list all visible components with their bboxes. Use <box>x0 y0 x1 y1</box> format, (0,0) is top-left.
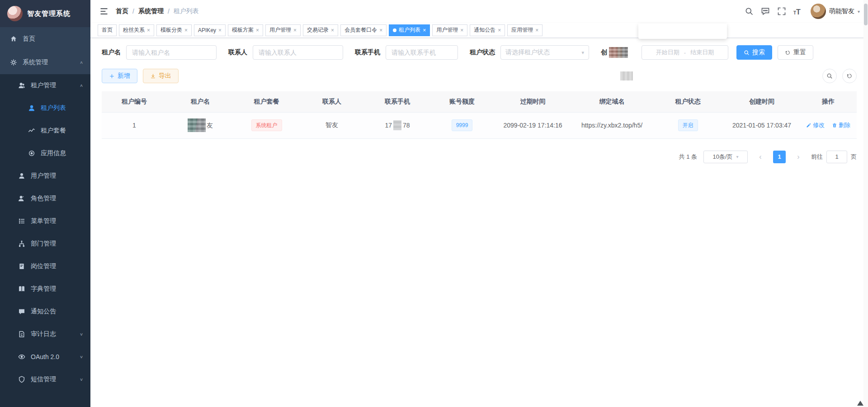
close-icon[interactable]: × <box>460 28 463 33</box>
user-name: 萌能智友 <box>829 7 854 15</box>
goto-page-input[interactable] <box>826 151 847 163</box>
breadcrumb-system[interactable]: 系统管理 <box>138 7 164 15</box>
sidebar-item-role-mgmt[interactable]: 角色管理 <box>0 187 90 210</box>
refresh-button[interactable] <box>842 69 857 83</box>
font-size-icon[interactable] <box>793 7 803 16</box>
close-icon[interactable]: × <box>379 28 382 33</box>
next-page-button[interactable]: › <box>792 151 805 163</box>
create-time-daterange[interactable]: 开始日期 - 结束日期 <box>642 45 728 60</box>
cell-phone: 1778 <box>364 112 430 138</box>
close-icon[interactable]: × <box>293 28 297 33</box>
sidebar: 智友管理系统 首页 系统管理 ∧ 租户管理 ∧ 租户列表 租户套餐 应用信息 <box>0 0 90 407</box>
sidebar-item-menu-mgmt[interactable]: 菜单管理 <box>0 210 90 232</box>
cell-domain: https://zy.xbx2.top/h5/ <box>572 112 652 138</box>
phone-input[interactable] <box>386 45 458 60</box>
close-icon[interactable]: × <box>535 28 538 33</box>
document-icon <box>18 331 25 338</box>
page-scrollbar[interactable] <box>863 0 868 407</box>
sidebar-item-label: 首页 <box>23 35 35 43</box>
tab-app-mgmt[interactable]: 应用管理× <box>507 24 542 36</box>
home-icon <box>10 35 17 43</box>
hamburger-icon[interactable] <box>99 7 108 16</box>
status-badge: 开启 <box>678 119 698 131</box>
cell-expire-time: 2099-02-19 17:14:16 <box>494 112 572 138</box>
col-status: 租户状态 <box>652 91 724 112</box>
tab-user-mgmt-2[interactable]: 用户管理× <box>432 24 467 36</box>
sidebar-item-tenant-mgmt[interactable]: 租户管理 ∧ <box>0 74 90 97</box>
close-icon[interactable]: × <box>498 28 501 33</box>
date-separator: - <box>684 49 686 56</box>
tab-template-category[interactable]: 模板分类× <box>156 24 192 36</box>
sidebar-item-system[interactable]: 系统管理 ∧ <box>0 51 90 74</box>
breadcrumb-home[interactable]: 首页 <box>116 7 128 15</box>
sidebar-item-tenant-package[interactable]: 租户套餐 <box>0 119 90 142</box>
close-icon[interactable]: × <box>423 28 426 33</box>
delete-link[interactable]: 删除 <box>832 121 850 129</box>
contact-input[interactable] <box>253 45 343 60</box>
contact-label: 联系人 <box>228 48 247 57</box>
edit-link[interactable]: 修改 <box>806 121 825 129</box>
export-button[interactable]: 导出 <box>143 69 179 83</box>
tenant-name-input[interactable] <box>126 45 217 60</box>
tab-user-mgmt-1[interactable]: 用户管理× <box>265 24 301 36</box>
reset-button[interactable]: 重置 <box>778 45 813 60</box>
sidebar-item-oauth[interactable]: OAuth 2.0 ∨ <box>0 345 90 368</box>
navbar-actions: 萌能智友 ▾ <box>745 4 860 19</box>
sidebar-item-dict-mgmt[interactable]: 字典管理 <box>0 278 90 300</box>
message-icon[interactable] <box>761 7 770 16</box>
sidebar-item-post-mgmt[interactable]: 岗位管理 <box>0 255 90 278</box>
col-expire-time: 过期时间 <box>494 91 572 112</box>
add-button[interactable]: 新增 <box>102 69 137 83</box>
search-button[interactable]: 搜索 <box>736 45 772 60</box>
search-icon[interactable] <box>745 7 754 16</box>
tenant-status-label: 租户状态 <box>470 48 495 57</box>
trash-icon <box>832 123 837 128</box>
close-icon[interactable]: × <box>184 28 188 33</box>
user-menu[interactable]: 萌能智友 ▾ <box>811 4 860 19</box>
close-icon[interactable]: × <box>147 28 150 33</box>
tab-tenant-list-active[interactable]: 租户列表× <box>389 24 430 36</box>
sidebar-item-notice[interactable]: 通知公告 <box>0 300 90 323</box>
tab-fans[interactable]: 粉丝关系× <box>119 24 154 36</box>
tab-notice[interactable]: 通知公告× <box>470 24 505 36</box>
close-icon[interactable]: × <box>256 28 259 33</box>
sidebar-item-audit-log[interactable]: 审计日志 ∨ <box>0 323 90 345</box>
cell-tenant-package: 系统租户 <box>234 112 299 138</box>
right-tools <box>822 69 857 83</box>
sidebar-item-user-mgmt[interactable]: 用户管理 <box>0 165 90 187</box>
page-number-current[interactable]: 1 <box>773 151 786 163</box>
sidebar-item-sms-mgmt[interactable]: 短信管理 ∨ <box>0 368 90 391</box>
tab-member-package-code[interactable]: 会员套餐口令× <box>340 24 387 36</box>
tab-trade-record[interactable]: 交易记录× <box>303 24 338 36</box>
sidebar-item-home[interactable]: 首页 <box>0 27 90 51</box>
page-size-select[interactable]: 10条/页 ▾ <box>703 151 748 163</box>
toggle-search-button[interactable] <box>822 69 837 83</box>
sidebar-item-label: 审计日志 <box>31 330 56 338</box>
search-icon <box>744 50 750 56</box>
sidebar-item-tenant-list[interactable]: 租户列表 <box>0 97 90 119</box>
tab-template-plan[interactable]: 模板方案× <box>228 24 263 36</box>
sidebar-item-dept-mgmt[interactable]: 部门管理 <box>0 232 90 255</box>
tab-apikey[interactable]: APIKey× <box>194 24 226 36</box>
app-logo-avatar <box>7 6 23 21</box>
sidebar-item-label: 租户列表 <box>41 104 66 112</box>
caret-down-icon: ▾ <box>581 50 584 56</box>
tenant-status-select[interactable]: 请选择租户状态 ▾ <box>500 45 589 60</box>
page-unit-label: 页 <box>851 153 857 161</box>
chevron-down-icon: ∨ <box>80 332 83 336</box>
scrollbar-thumb[interactable] <box>864 4 868 25</box>
close-icon[interactable]: × <box>331 28 334 33</box>
scroll-bottom-arrow[interactable] <box>857 401 863 406</box>
close-icon[interactable]: × <box>218 28 222 33</box>
table-header-row: 租户编号 租户名 租户套餐 联系人 联系手机 账号额度 过期时间 绑定域名 租户… <box>102 91 857 112</box>
fullscreen-icon[interactable] <box>777 7 786 16</box>
redaction-mosaic <box>609 47 628 58</box>
list-icon <box>18 218 25 225</box>
app-logo[interactable]: 智友管理系统 <box>0 0 90 27</box>
user-icon <box>28 104 35 112</box>
refresh-icon <box>846 73 853 79</box>
prev-page-button[interactable]: ‹ <box>754 151 767 163</box>
tab-home[interactable]: 首页 <box>98 24 117 36</box>
sidebar-item-app-info[interactable]: 应用信息 <box>0 142 90 165</box>
caret-down-icon: ▾ <box>858 9 860 14</box>
